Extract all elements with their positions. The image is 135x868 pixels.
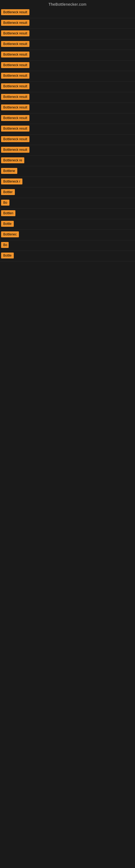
bottleneck-result-badge[interactable]: Bottleneck result [1,41,30,47]
bottleneck-result-badge[interactable]: Bottleneck result [1,115,30,121]
bottleneck-result-badge[interactable]: Bo [1,242,9,248]
bottleneck-result-badge[interactable]: Bottleneck result [1,20,30,26]
list-item: Bottlenec [0,230,135,240]
bottleneck-result-badge[interactable]: Bottlen [1,210,15,216]
site-title-container: TheBottlenecker.com [0,0,135,8]
list-item: Bo [0,198,135,209]
list-item: Bottleneck result [0,92,135,103]
list-item: Bottlen [0,209,135,219]
list-item: Bottleneck r [0,177,135,187]
bottleneck-result-badge[interactable]: Bo [1,199,9,206]
list-item: Bottleneck result [0,61,135,71]
bottleneck-result-badge[interactable]: Bottleneck result [1,104,30,111]
list-item: Bottleneck result [0,29,135,39]
bottleneck-result-badge[interactable]: Bottleneck result [1,126,30,131]
list-item: Bottle [0,219,135,230]
list-item: Bottlene [0,166,135,177]
bottleneck-result-badge[interactable]: Bottleneck r [1,179,22,184]
list-item: Bottleneck result [0,50,135,61]
site-title: TheBottlenecker.com [0,0,135,8]
list-item: Bottleneck result [0,124,135,134]
list-item: Bottler [0,187,135,198]
bottleneck-result-badge[interactable]: Bottleneck result [1,147,30,153]
list-item: Bottleneck result [0,82,135,92]
bottleneck-result-badge[interactable]: Bottleneck result [1,94,30,100]
list-item: Bottleneck result [0,103,135,113]
bottleneck-result-badge[interactable]: Bottleneck result [1,9,30,15]
bottleneck-result-badge[interactable]: Bottlenec [1,231,19,237]
list-item: Bottle [0,251,135,261]
list-item: Bottleneck result [0,134,135,145]
bottleneck-result-badge[interactable]: Bottleneck result [1,83,30,89]
bottleneck-result-badge[interactable]: Bottle [1,252,14,258]
bottleneck-result-badge[interactable]: Bottleneck result [1,136,30,142]
list-item: Bottleneck result [0,18,135,29]
bottleneck-result-badge[interactable]: Bottleneck result [1,30,30,36]
bottleneck-result-badge[interactable]: Bottlene [1,168,17,174]
list-item: Bottleneck result [0,113,135,124]
bottleneck-result-badge[interactable]: Bottleneck result [1,62,30,68]
list-item: Bottleneck re [0,156,135,166]
bottleneck-result-badge[interactable]: Bottle [1,221,14,227]
bottleneck-result-badge[interactable]: Bottleneck result [1,52,30,58]
bottleneck-result-badge[interactable]: Bottleneck re [1,157,24,163]
list-item: Bottleneck result [0,71,135,82]
list-item: Bottleneck result [0,39,135,50]
rows-container: Bottleneck resultBottleneck resultBottle… [0,8,135,261]
list-item: Bo [0,240,135,251]
bottleneck-result-badge[interactable]: Bottleneck result [1,73,30,79]
list-item: Bottleneck result [0,8,135,18]
bottleneck-result-badge[interactable]: Bottler [1,189,15,195]
list-item: Bottleneck result [0,145,135,156]
